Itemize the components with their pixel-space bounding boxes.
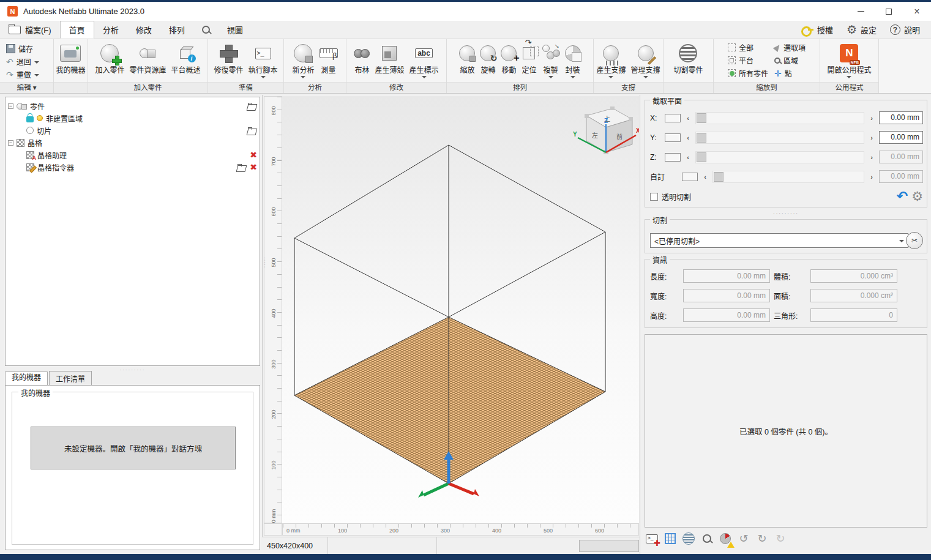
- create-support-caret[interactable]: [608, 76, 613, 78]
- tab-work-list[interactable]: 工作清單: [49, 371, 92, 386]
- clip-z-slider-thumb[interactable]: [697, 152, 706, 162]
- tab-analysis[interactable]: 分析: [94, 21, 127, 39]
- clip-z-slider[interactable]: [695, 151, 864, 163]
- clip-x-left-arrow[interactable]: ‹: [684, 114, 692, 122]
- zoom-all-parts-button[interactable]: 所有零件: [728, 67, 768, 80]
- cut-part-button[interactable]: 切割零件: [671, 41, 705, 76]
- delete-icon[interactable]: ✖: [250, 163, 257, 171]
- zoom-selection-button[interactable]: 選取項: [774, 41, 806, 54]
- pack-button[interactable]: 封裝: [563, 41, 583, 80]
- clip-custom-slider-thumb[interactable]: [714, 172, 723, 182]
- clip-x-right-arrow[interactable]: ›: [868, 114, 875, 122]
- tab-arrange[interactable]: 排列: [160, 21, 193, 39]
- clip-custom-checkbox[interactable]: [682, 173, 698, 181]
- open-utility-button[interactable]: N 開啟公用程式: [825, 41, 873, 80]
- new-analysis-caret[interactable]: [301, 76, 305, 78]
- vertical-splitter[interactable]: ·····: [263, 257, 266, 294]
- clip-y-slider-thumb[interactable]: [697, 133, 706, 143]
- settings-button[interactable]: ⚙設定: [842, 21, 881, 39]
- rotate-button[interactable]: ↻ 旋轉: [478, 41, 498, 76]
- zoom-platform-button[interactable]: 平台: [728, 54, 768, 67]
- license-button[interactable]: 授權: [796, 21, 838, 39]
- save-button[interactable]: 儲存: [2, 42, 37, 55]
- maximize-button[interactable]: [875, 2, 903, 21]
- measure-button[interactable]: 測量: [318, 41, 340, 76]
- tree-item-lattice-assistant[interactable]: 晶格助理 ✖: [18, 149, 257, 161]
- analysis-warning-icon[interactable]: [718, 531, 733, 546]
- ruler-corner-cell[interactable]: [264, 523, 282, 536]
- cut-scissors-button[interactable]: ✂: [906, 232, 923, 249]
- clip-x-value[interactable]: 0.00 mm: [879, 111, 923, 124]
- slice-view-icon[interactable]: [681, 531, 696, 546]
- rotate-right-icon[interactable]: ↻: [755, 531, 769, 546]
- position-button[interactable]: 定位: [520, 41, 538, 76]
- tab-my-machine[interactable]: 我的機器: [5, 371, 48, 386]
- platform-overview-button[interactable]: i 平台概述: [170, 41, 203, 76]
- run-script-caret[interactable]: [261, 76, 266, 78]
- create-label-button[interactable]: abc 產生標示: [408, 41, 441, 80]
- open-folder-icon[interactable]: [237, 164, 247, 171]
- open-folder-icon[interactable]: [247, 127, 257, 134]
- clip-x-slider[interactable]: [695, 112, 864, 124]
- clip-z-right-arrow[interactable]: ›: [868, 154, 875, 161]
- pack-caret[interactable]: [570, 76, 575, 78]
- clip-y-value[interactable]: 0.00 mm: [879, 131, 923, 144]
- cut-mode-select[interactable]: <已停用切割>: [650, 233, 908, 248]
- close-button[interactable]: ×: [903, 2, 931, 21]
- lattice-view-icon[interactable]: [663, 531, 678, 546]
- view-cube[interactable]: 上 左 前 Z Y X: [573, 106, 639, 154]
- boolean-button[interactable]: 布林: [352, 41, 372, 76]
- reset-clipping-icon[interactable]: ↶: [897, 190, 908, 203]
- lock-icon[interactable]: [26, 116, 34, 122]
- create-label-caret[interactable]: [422, 76, 427, 78]
- machine-not-set-button[interactable]: 未設定機器。開啟「我的機器」對話方塊: [31, 427, 236, 469]
- open-folder-icon[interactable]: [247, 103, 257, 110]
- clip-custom-left-arrow[interactable]: ‹: [701, 173, 709, 181]
- clip-custom-right-arrow[interactable]: ›: [868, 173, 875, 181]
- undo-button[interactable]: ↶退回: [2, 55, 43, 68]
- my-machine-button[interactable]: 我的機器: [54, 41, 87, 76]
- clip-z-left-arrow[interactable]: ‹: [684, 154, 692, 161]
- new-script-icon[interactable]: >_✚: [645, 531, 659, 546]
- tab-view[interactable]: 視圖: [219, 21, 252, 39]
- create-support-button[interactable]: 產生支撐: [594, 41, 627, 80]
- redo-button[interactable]: ↷重做: [2, 68, 43, 81]
- new-analysis-button[interactable]: 新分析: [290, 41, 316, 80]
- redo-dropdown-caret[interactable]: [34, 74, 39, 77]
- clip-y-right-arrow[interactable]: ›: [868, 134, 875, 141]
- clip-x-slider-thumb[interactable]: [697, 113, 706, 123]
- zoom-all-button[interactable]: 全部: [728, 41, 768, 54]
- collapse-icon[interactable]: −: [8, 140, 13, 146]
- group-label-edit[interactable]: 編輯 ▾: [0, 82, 53, 93]
- transparent-cut-checkbox[interactable]: [650, 193, 658, 201]
- minimize-button[interactable]: [847, 2, 875, 21]
- search-button[interactable]: [193, 21, 219, 39]
- tree-item-no-build-zone[interactable]: 非建置區域: [18, 112, 257, 124]
- open-utility-caret[interactable]: [847, 76, 851, 78]
- move-button[interactable]: + 移動: [499, 41, 518, 76]
- scale-button[interactable]: 縮放: [457, 41, 477, 76]
- clip-x-checkbox[interactable]: [665, 114, 681, 122]
- create-shell-button[interactable]: 產生薄殼: [373, 41, 406, 76]
- duplicate-caret[interactable]: [548, 76, 553, 78]
- tab-file[interactable]: 檔案(F): [0, 21, 60, 39]
- undo-dropdown-caret[interactable]: [34, 61, 39, 64]
- panel-splitter[interactable]: ·········: [640, 211, 931, 216]
- help-button[interactable]: ?說明: [885, 21, 925, 39]
- clip-y-left-arrow[interactable]: ‹: [684, 134, 692, 141]
- duplicate-button[interactable]: 複製: [540, 41, 562, 80]
- tab-home[interactable]: 首頁: [60, 21, 94, 39]
- clip-z-checkbox[interactable]: [665, 153, 681, 162]
- clipping-settings-icon[interactable]: ⚙: [911, 190, 923, 203]
- clip-z-value[interactable]: 0.00 mm: [879, 151, 923, 163]
- add-part-button[interactable]: 加入零件: [93, 41, 126, 76]
- tab-modify[interactable]: 修改: [127, 21, 160, 39]
- viewport-3d-scene[interactable]: 上 左 前 Z Y X: [282, 96, 639, 523]
- bulb-icon[interactable]: [37, 115, 43, 121]
- clip-custom-slider[interactable]: [712, 171, 864, 183]
- clip-y-checkbox[interactable]: [665, 133, 681, 142]
- zoom-region-button[interactable]: 區域: [774, 54, 806, 67]
- tree-item-slice[interactable]: 切片: [18, 124, 257, 136]
- tree-item-parts[interactable]: − 零件: [8, 100, 257, 112]
- collapse-icon[interactable]: −: [8, 103, 13, 109]
